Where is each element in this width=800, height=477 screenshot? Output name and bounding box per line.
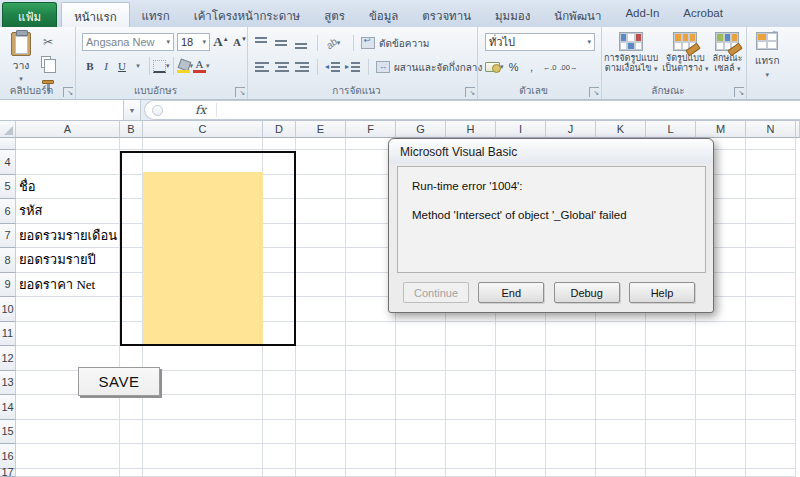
conditional-formatting-button[interactable]: การจัดรูปแบบตามเงื่อนไข ▾ [604, 27, 658, 74]
font-size-select[interactable]: 18 ▾ [177, 33, 210, 51]
cell-A7[interactable]: ยอดรวมรายเดือน [16, 224, 120, 249]
cell-A11[interactable] [16, 322, 120, 347]
clipboard-dialog-launcher[interactable]: ↘ [63, 87, 73, 97]
cell-H11[interactable] [446, 322, 496, 347]
italic-button[interactable]: I [98, 57, 114, 75]
cell-C12[interactable] [143, 346, 263, 371]
cell-E6[interactable] [296, 199, 346, 224]
cell-G15[interactable] [396, 420, 446, 445]
cell-N12[interactable] [746, 346, 796, 371]
cell-I13[interactable] [496, 371, 546, 396]
cell-A17[interactable] [16, 469, 120, 477]
cell-D12[interactable] [263, 346, 296, 371]
align-left-button[interactable] [254, 58, 270, 76]
formula-input[interactable] [217, 101, 800, 119]
cell-C5[interactable] [143, 175, 263, 200]
row-header-17[interactable]: 17 [0, 469, 16, 477]
row-header-6[interactable]: 6 [0, 199, 16, 224]
cell-A6[interactable]: รหัส [16, 199, 120, 224]
row-header-9[interactable]: 9 [0, 273, 16, 298]
cell-K17[interactable] [596, 469, 646, 477]
cell-F11[interactable] [346, 322, 396, 347]
select-all-corner[interactable] [0, 121, 16, 138]
cell-C-partial[interactable] [143, 138, 263, 150]
cell-N17[interactable] [746, 469, 796, 477]
cell-D16[interactable] [263, 444, 296, 469]
cell-D15[interactable] [263, 420, 296, 445]
column-header-M[interactable]: M [696, 121, 746, 138]
cell-C17[interactable] [143, 469, 263, 477]
cell-D8[interactable] [263, 248, 296, 273]
cell-I17[interactable] [496, 469, 546, 477]
name-box[interactable] [0, 100, 124, 120]
cell-C7[interactable] [143, 224, 263, 249]
cell-B14[interactable] [120, 395, 143, 420]
tab-4[interactable]: สูตร [312, 2, 357, 27]
column-header-G[interactable]: G [396, 121, 446, 138]
column-header-A[interactable]: A [16, 121, 120, 138]
cell-A9[interactable]: ยอดราคา Net [16, 273, 120, 298]
tab-8[interactable]: นักพัฒนา [542, 2, 613, 27]
increase-decimal-button[interactable]: ←.0 [542, 58, 558, 76]
cell-C14[interactable] [143, 395, 263, 420]
cell-B4[interactable] [120, 150, 143, 175]
cell-F14[interactable] [346, 395, 396, 420]
alignment-dialog-launcher[interactable]: ↘ [465, 87, 475, 97]
expand-formula-bar-button[interactable] [152, 105, 163, 116]
align-middle-button[interactable] [274, 34, 290, 52]
cell-L14[interactable] [646, 395, 696, 420]
column-header-J[interactable]: J [546, 121, 596, 138]
row-header-8[interactable]: 8 [0, 248, 16, 273]
save-button[interactable]: SAVE [78, 367, 160, 396]
cell-B5[interactable] [120, 175, 143, 200]
orientation-button[interactable]: ab▾ [325, 34, 341, 52]
comma-button[interactable]: , [524, 58, 540, 76]
cell-A8[interactable]: ยอดรวมรายปี [16, 248, 120, 273]
cell-E-partial[interactable] [296, 138, 346, 150]
cell-D9[interactable] [263, 273, 296, 298]
cell-J14[interactable] [546, 395, 596, 420]
cell-L16[interactable] [646, 444, 696, 469]
cell-E7[interactable] [296, 224, 346, 249]
cell-M12[interactable] [696, 346, 746, 371]
cell-E17[interactable] [296, 469, 346, 477]
cell-M17[interactable] [696, 469, 746, 477]
cell-C4[interactable] [143, 150, 263, 175]
cell-M13[interactable] [696, 371, 746, 396]
cell-N15[interactable] [746, 420, 796, 445]
row-header-7[interactable]: 7 [0, 224, 16, 249]
cell-B-partial[interactable] [120, 138, 143, 150]
cell-E15[interactable] [296, 420, 346, 445]
cell-M11[interactable] [696, 322, 746, 347]
row-header-12[interactable]: 12 [0, 346, 16, 371]
cell-E16[interactable] [296, 444, 346, 469]
cell-D4[interactable] [263, 150, 296, 175]
cell-J11[interactable] [546, 322, 596, 347]
cell-H17[interactable] [446, 469, 496, 477]
merge-center-button[interactable]: ผสานและจัดกึ่งกลาง ▾ [376, 58, 490, 76]
cell-H14[interactable] [446, 395, 496, 420]
cell-N11[interactable] [746, 322, 796, 347]
cell-D11[interactable] [263, 322, 296, 347]
cell-L15[interactable] [646, 420, 696, 445]
row-header-13[interactable]: 13 [0, 371, 16, 396]
tab-10[interactable]: Acrobat [671, 2, 735, 27]
wrap-text-button[interactable]: ตัดข้อความ [361, 34, 429, 52]
cell-E4[interactable] [296, 150, 346, 175]
cell-J15[interactable] [546, 420, 596, 445]
cell-E11[interactable] [296, 322, 346, 347]
align-bottom-button[interactable] [294, 34, 310, 52]
cell-D10[interactable] [263, 297, 296, 322]
cell-C6[interactable] [143, 199, 263, 224]
cell-B15[interactable] [120, 420, 143, 445]
cell-J16[interactable] [546, 444, 596, 469]
dialog-button-help[interactable]: Help [629, 282, 695, 303]
font-color-button[interactable]: A▾ [193, 57, 210, 75]
insert-cells-button[interactable]: แทรก ▾ [755, 32, 779, 79]
cell-B7[interactable] [120, 224, 143, 249]
insert-function-button[interactable]: fx [195, 103, 217, 117]
cell-H16[interactable] [446, 444, 496, 469]
cell-A10[interactable] [16, 297, 120, 322]
dialog-button-end[interactable]: End [478, 282, 544, 303]
row-header-16[interactable]: 16 [0, 444, 16, 469]
